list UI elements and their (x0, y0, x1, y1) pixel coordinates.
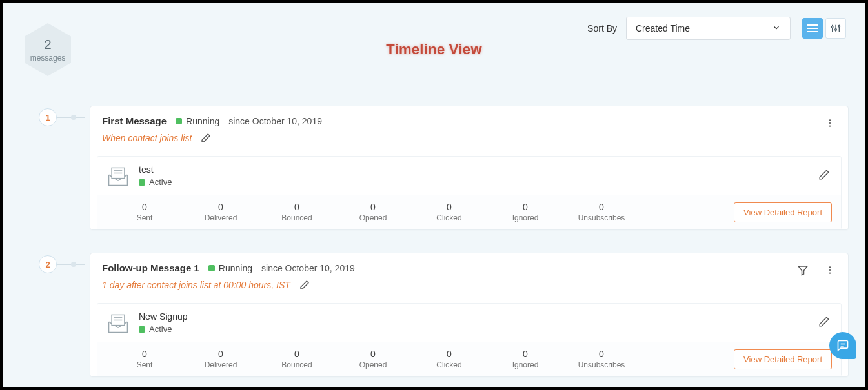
timeline-node-2: 2 (39, 255, 57, 273)
edit-trigger-button[interactable] (198, 130, 214, 146)
svg-marker-15 (798, 266, 807, 275)
message-trigger: When contact joins list (102, 133, 192, 143)
edit-content-button[interactable] (816, 314, 832, 329)
svg-point-9 (829, 119, 831, 121)
status-indicator-icon (208, 265, 215, 271)
message-card: First Message Running since October 10, … (90, 106, 849, 230)
more-menu-button[interactable] (822, 115, 838, 131)
sort-by-value: Created Time (636, 23, 690, 34)
pencil-icon (818, 316, 830, 327)
status-indicator-icon (176, 118, 182, 124)
view-detailed-report-button[interactable]: View Detailed Report (734, 202, 832, 222)
email-icon (106, 165, 130, 187)
message-count-badge: 2 messages (25, 23, 71, 76)
view-list-button[interactable] (802, 18, 823, 39)
status-indicator-icon (139, 179, 145, 186)
svg-point-8 (838, 25, 840, 27)
svg-point-6 (835, 29, 837, 31)
svg-rect-1 (807, 28, 818, 29)
pencil-icon (818, 169, 830, 180)
chevron-down-icon (772, 23, 781, 34)
message-count-number: 2 (44, 37, 51, 52)
message-trigger: 1 day after contact joins list at 00:00 … (102, 280, 290, 290)
filter-button[interactable] (795, 262, 811, 278)
timeline-node-1: 1 (39, 108, 57, 126)
status-indicator-icon (139, 326, 145, 333)
chat-help-button[interactable] (829, 332, 856, 359)
funnel-icon (797, 264, 809, 276)
svg-point-11 (829, 126, 831, 127)
sliders-icon (831, 23, 841, 34)
message-status: Running (208, 263, 252, 273)
sort-by-select[interactable]: Created Time (626, 17, 791, 40)
view-detailed-report-button[interactable]: View Detailed Report (734, 349, 832, 369)
view-settings-button[interactable] (825, 18, 846, 39)
svg-rect-0 (807, 24, 818, 26)
email-icon (106, 312, 130, 334)
edit-content-button[interactable] (816, 167, 832, 182)
message-title: Follow-up Message 1 (102, 262, 199, 273)
content-status: Active (139, 177, 172, 187)
pencil-icon (201, 133, 211, 143)
svg-rect-2 (807, 31, 818, 32)
message-since: since October 10, 2019 (228, 116, 322, 126)
timeline-connector-dot (71, 115, 76, 120)
list-view-icon (807, 24, 818, 33)
message-card: Follow-up Message 1 Running since Octobe… (90, 253, 849, 377)
more-vertical-icon (825, 265, 835, 275)
svg-point-17 (829, 269, 831, 271)
pencil-icon (299, 280, 310, 290)
message-count-label: messages (30, 54, 66, 63)
svg-point-18 (829, 273, 831, 274)
page-title: Timeline View (386, 41, 482, 58)
stats-row: 0Sent 0Delivered 0Bounced 0Opened 0Click… (97, 195, 841, 229)
svg-point-10 (829, 122, 831, 124)
chat-icon (836, 339, 849, 352)
more-vertical-icon (825, 118, 835, 128)
edit-trigger-button[interactable] (297, 277, 312, 293)
stats-row: 0Sent 0Delivered 0Bounced 0Opened 0Click… (97, 342, 841, 376)
more-menu-button[interactable] (822, 262, 838, 278)
svg-point-16 (829, 266, 831, 268)
message-status: Running (176, 116, 219, 126)
sort-by-label: Sort By (587, 23, 617, 34)
message-title: First Message (102, 115, 167, 126)
content-name: test (139, 164, 172, 175)
timeline-connector-dot (71, 262, 76, 267)
svg-point-4 (831, 26, 833, 28)
content-status: Active (139, 324, 188, 334)
content-name: New Signup (139, 311, 188, 322)
message-since: since October 10, 2019 (261, 263, 355, 273)
